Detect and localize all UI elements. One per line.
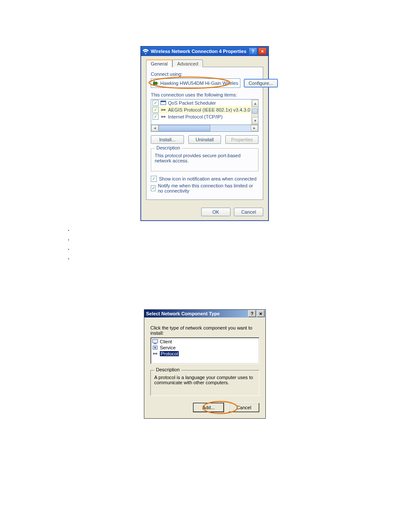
checkbox-icon[interactable]: ✓ xyxy=(151,185,156,191)
list-item[interactable]: ✓ AEGIS Protocol (IEEE 802.1x) v3.4.3.0 xyxy=(151,106,258,113)
description-label: Description xyxy=(155,145,182,150)
connect-using-label: Connect using: xyxy=(151,72,258,77)
scroll-left-icon[interactable]: ◄ xyxy=(151,125,159,131)
scrollbar-horizontal[interactable]: ◄ ► xyxy=(151,125,258,132)
install-button[interactable]: Install... xyxy=(151,135,184,144)
adapter-icon xyxy=(153,81,159,86)
help-button[interactable]: ? xyxy=(248,310,256,317)
checkbox-icon[interactable]: ✓ xyxy=(153,100,159,106)
qos-icon xyxy=(160,100,166,106)
scroll-up-icon[interactable]: ▲ xyxy=(252,100,258,107)
component-type-dialog: Select Network Component Type ? ✕ Click … xyxy=(144,309,266,419)
dialog-title: Wireless Network Connection 4 Properties xyxy=(151,49,248,54)
tab-advanced[interactable]: Advanced xyxy=(172,59,203,67)
properties-dialog: Wireless Network Connection 4 Properties… xyxy=(140,46,269,221)
checkbox-icon[interactable]: ✓ xyxy=(153,114,159,120)
titlebar[interactable]: Wireless Network Connection 4 Properties… xyxy=(141,47,268,56)
list-item[interactable]: ✓ Internet Protocol (TCP/IP) xyxy=(151,113,258,120)
dialog-title: Select Network Component Type xyxy=(145,311,247,316)
titlebar[interactable]: Select Network Component Type ? ✕ xyxy=(144,310,265,317)
service-icon xyxy=(152,345,158,351)
page-bullets: ▪ ▪ ▪ ▪ xyxy=(68,226,69,264)
protocol-icon xyxy=(160,107,166,113)
add-button[interactable]: Add... xyxy=(193,403,224,412)
svg-rect-1 xyxy=(157,83,158,84)
checkbox-icon[interactable]: ✓ xyxy=(153,107,159,113)
tab-pane: Connect using: Hawking HWU54DM Hi-Gain W… xyxy=(146,67,263,200)
list-item[interactable]: ✓ QoS Packet Scheduler xyxy=(151,100,258,106)
scroll-thumb[interactable] xyxy=(252,109,258,114)
list-item[interactable]: Protocol xyxy=(152,351,258,357)
scroll-right-icon[interactable]: ► xyxy=(251,125,258,131)
adapter-field[interactable]: Hawking HWU54DM Hi-Gain Wireles xyxy=(151,78,240,88)
client-icon xyxy=(152,339,158,345)
description-text: This protocol provides secure port-based… xyxy=(155,153,255,163)
checkbox-icon[interactable]: ✓ xyxy=(151,176,157,182)
cancel-button[interactable]: Cancel xyxy=(228,403,259,412)
configure-button[interactable]: Configure... xyxy=(244,79,278,87)
properties-button: Properties xyxy=(225,135,258,144)
tabs: General Advanced xyxy=(146,59,263,67)
scroll-down-icon[interactable]: ▼ xyxy=(252,117,258,124)
instruction-label: Click the type of network component you … xyxy=(150,325,259,336)
close-button[interactable]: × xyxy=(258,47,267,55)
components-list[interactable]: ✓ QoS Packet Scheduler ✓ AEGIS Protocol … xyxy=(151,99,258,125)
uninstall-button[interactable]: Uninstall xyxy=(188,135,221,144)
list-item[interactable]: Service xyxy=(152,345,258,351)
scroll-thumb[interactable] xyxy=(159,125,210,131)
svg-rect-0 xyxy=(153,82,157,85)
notify-checkbox[interactable]: ✓ Notify me when this connection has lim… xyxy=(151,183,258,193)
description-group: Description This protocol provides secur… xyxy=(151,148,258,171)
close-button[interactable]: ✕ xyxy=(257,310,265,317)
help-button[interactable]: ? xyxy=(249,47,257,55)
scrollbar-vertical[interactable]: ▲ ▼ xyxy=(251,100,258,124)
list-item[interactable]: Client xyxy=(152,339,258,345)
svg-rect-6 xyxy=(153,339,158,343)
items-label: This connection uses the following items… xyxy=(151,92,258,97)
component-type-list[interactable]: Client Service Protocol xyxy=(150,337,259,364)
tab-general[interactable]: General xyxy=(146,59,172,67)
ok-button[interactable]: OK xyxy=(201,208,230,216)
svg-point-2 xyxy=(154,81,155,82)
svg-rect-7 xyxy=(154,343,156,344)
protocol-icon xyxy=(152,351,158,357)
adapter-name: Hawking HWU54DM Hi-Gain Wireles xyxy=(160,81,238,86)
wireless-icon xyxy=(143,48,149,54)
description-group: Description A protocol is a language you… xyxy=(150,370,259,396)
description-text: A protocol is a language your computer u… xyxy=(154,375,255,385)
show-icon-checkbox[interactable]: ✓ Show icon in notification area when co… xyxy=(151,176,258,182)
cancel-button[interactable]: Cancel xyxy=(234,208,263,216)
svg-point-9 xyxy=(154,347,156,348)
protocol-icon xyxy=(160,114,166,120)
description-label: Description xyxy=(154,367,181,372)
svg-rect-5 xyxy=(161,101,166,102)
